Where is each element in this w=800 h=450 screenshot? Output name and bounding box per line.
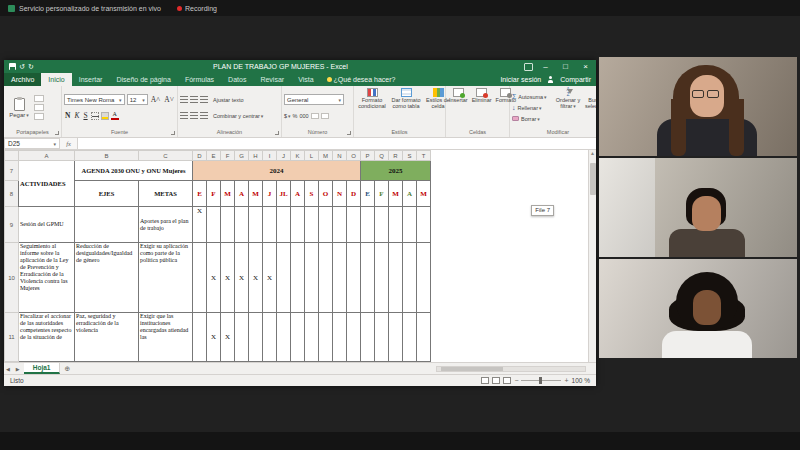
- sheet-tab-hoja1[interactable]: Hoja1: [24, 363, 61, 374]
- grid-cell-mark[interactable]: [263, 313, 277, 362]
- cell-eje[interactable]: [75, 207, 139, 243]
- grid-cell-mark[interactable]: [333, 243, 347, 313]
- scroll-up-icon[interactable]: ▲: [590, 150, 595, 157]
- column-header-K[interactable]: K: [291, 151, 305, 161]
- grid-cell-mark[interactable]: [291, 207, 305, 243]
- fill-button[interactable]: ↓Rellenar▾: [512, 103, 552, 112]
- grid-cell-mark[interactable]: [235, 313, 249, 362]
- month-header-2024-11[interactable]: N: [333, 181, 347, 207]
- percent-format-button[interactable]: %: [293, 113, 298, 119]
- grid-cell-mark[interactable]: X: [263, 243, 277, 313]
- align-center-icon[interactable]: [190, 112, 198, 119]
- minimize-button[interactable]: –: [538, 61, 553, 72]
- cell-agenda-header[interactable]: AGENDA 2030 ONU y ONU Mujeres: [75, 161, 193, 181]
- column-header-D[interactable]: D: [193, 151, 207, 161]
- month-header-2024-5[interactable]: M: [249, 181, 263, 207]
- redo-icon[interactable]: ↻: [28, 63, 34, 70]
- grid-cell-mark[interactable]: [263, 207, 277, 243]
- sign-in-link[interactable]: Iniciar sesión: [500, 76, 541, 83]
- tab-revisar[interactable]: Revisar: [253, 73, 291, 86]
- autosum-button[interactable]: ΣAutosuma▾: [512, 92, 552, 101]
- column-header-N[interactable]: N: [333, 151, 347, 161]
- video-tile-participant-3[interactable]: [599, 259, 797, 358]
- shrink-font-button[interactable]: A˅: [163, 95, 175, 104]
- find-select-button[interactable]: Buscar y seleccionar▾: [584, 87, 596, 128]
- tab-inicio[interactable]: Inicio: [41, 73, 71, 86]
- decrease-decimal-icon[interactable]: [321, 113, 329, 119]
- column-header-M[interactable]: M: [319, 151, 333, 161]
- cell-actividades-header[interactable]: ACTIVIDADES: [19, 161, 75, 207]
- cell-actividad[interactable]: Fiscalizar el accionar de las autoridade…: [19, 313, 75, 362]
- align-middle-icon[interactable]: [190, 96, 198, 103]
- cell-eje[interactable]: Reducción de desigualdades/Igualdad de g…: [75, 243, 139, 313]
- column-header-J[interactable]: J: [277, 151, 291, 161]
- grid-cell-mark[interactable]: [291, 243, 305, 313]
- grid-cell-mark[interactable]: [347, 313, 361, 362]
- floating-object-label[interactable]: File 7: [531, 205, 554, 216]
- column-header-E[interactable]: E: [207, 151, 221, 161]
- video-tile-participant-2[interactable]: [599, 158, 797, 257]
- font-size-select[interactable]: 12▾: [127, 94, 148, 105]
- align-bottom-icon[interactable]: [200, 96, 208, 103]
- dialog-launcher-icon[interactable]: [55, 131, 59, 135]
- maximize-button[interactable]: □: [558, 61, 573, 72]
- cell-eje[interactable]: Paz, seguridad y erradicación de la viol…: [75, 313, 139, 362]
- vertical-scroll-thumb[interactable]: [590, 163, 596, 195]
- grid-cell-mark[interactable]: X: [235, 243, 249, 313]
- grid-cell-mark[interactable]: [417, 313, 431, 362]
- month-header-2024-12[interactable]: D: [347, 181, 361, 207]
- month-header-2024-9[interactable]: S: [305, 181, 319, 207]
- ribbon-display-options-icon[interactable]: [524, 63, 533, 71]
- grid-cell-mark[interactable]: [249, 313, 263, 362]
- grid-cell-mark[interactable]: [277, 243, 291, 313]
- grid-cell-mark[interactable]: [333, 207, 347, 243]
- formula-input[interactable]: [78, 138, 596, 149]
- column-header-C[interactable]: C: [139, 151, 193, 161]
- tab-vista[interactable]: Vista: [291, 73, 320, 86]
- comma-format-button[interactable]: 000: [299, 113, 308, 119]
- tab-diseno-de-pagina[interactable]: Diseño de página: [109, 73, 178, 86]
- zoom-in-icon[interactable]: +: [564, 377, 568, 384]
- format-painter-icon[interactable]: [34, 113, 44, 120]
- grid-cell-mark[interactable]: [221, 207, 235, 243]
- sheet-nav-right-icon[interactable]: ▶: [14, 366, 24, 372]
- grid-cell-mark[interactable]: [305, 313, 319, 362]
- column-header-R[interactable]: R: [389, 151, 403, 161]
- cell-year-2025[interactable]: 2025: [361, 161, 431, 181]
- month-header-2024-1[interactable]: E: [193, 181, 207, 207]
- bold-button[interactable]: N: [64, 111, 71, 120]
- format-as-table-button[interactable]: Dar formato como tabla: [390, 87, 422, 128]
- currency-format-button[interactable]: $▾: [284, 113, 291, 119]
- grow-font-button[interactable]: A˄: [150, 95, 162, 104]
- grid-cell-mark[interactable]: X: [193, 207, 207, 243]
- cell-ejes-header[interactable]: EJES: [75, 181, 139, 207]
- column-header-F[interactable]: F: [221, 151, 235, 161]
- font-name-select[interactable]: Times New Roma▾: [64, 94, 125, 105]
- grid-cell-mark[interactable]: [319, 313, 333, 362]
- video-tile-participant-1[interactable]: [599, 57, 797, 156]
- save-icon[interactable]: [9, 63, 16, 70]
- month-header-2025-1[interactable]: E: [361, 181, 375, 207]
- month-header-2024-7[interactable]: JL: [277, 181, 291, 207]
- month-header-2025-4[interactable]: A: [403, 181, 417, 207]
- delete-cells-button[interactable]: Eliminar: [471, 87, 493, 128]
- cell-year-2024[interactable]: 2024: [193, 161, 361, 181]
- month-header-2024-6[interactable]: J: [263, 181, 277, 207]
- cell-actividad[interactable]: Sesión del GPMU: [19, 207, 75, 243]
- cell-metas-header[interactable]: METAS: [139, 181, 193, 207]
- cell-meta[interactable]: Aportes para el plan de trabajo: [139, 207, 193, 243]
- row-header-8[interactable]: 8: [5, 181, 19, 207]
- conditional-formatting-button[interactable]: Formato condicional: [356, 87, 388, 128]
- grid-cell-mark[interactable]: X: [249, 243, 263, 313]
- grid-cell-mark[interactable]: [207, 207, 221, 243]
- cell-actividad[interactable]: Seguimiento al informe sobre la aplicaci…: [19, 243, 75, 313]
- grid-cell-mark[interactable]: [305, 243, 319, 313]
- grid-cell-mark[interactable]: X: [207, 313, 221, 362]
- grid-cell-mark[interactable]: [417, 243, 431, 313]
- grid-cell-mark[interactable]: [193, 313, 207, 362]
- cell-meta[interactable]: Exigir su aplicación como parte de la po…: [139, 243, 193, 313]
- borders-icon[interactable]: [91, 112, 99, 120]
- tab-archivo[interactable]: Archivo: [4, 73, 41, 86]
- grid-cell-mark[interactable]: [333, 313, 347, 362]
- copy-icon[interactable]: [34, 104, 44, 111]
